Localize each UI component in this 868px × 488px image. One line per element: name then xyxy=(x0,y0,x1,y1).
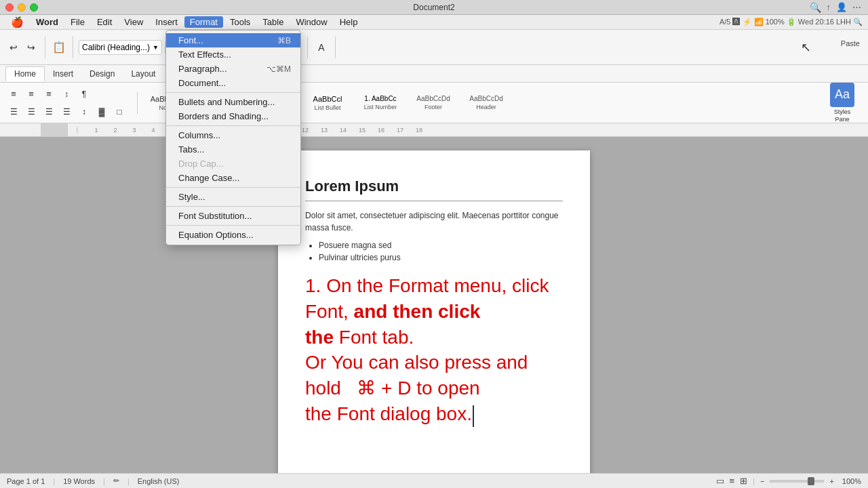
menu-text-effects[interactable]: Text Effects... xyxy=(166,47,300,62)
statusbar: Page 1 of 1 | 19 Words | ✏ | English (US… xyxy=(0,473,868,488)
sort-button[interactable]: ↕ xyxy=(58,86,75,102)
window-menu[interactable]: Window xyxy=(290,16,332,28)
menu-bullets[interactable]: Bullets and Numbering... xyxy=(166,95,300,109)
redo-button[interactable]: ↪ xyxy=(23,39,39,56)
styles-pane-button[interactable]: Aa StylesPane xyxy=(822,83,863,123)
zoom-in-button[interactable]: + xyxy=(829,477,833,485)
apple-menu[interactable]: 🍎 xyxy=(5,16,29,28)
cursor-button[interactable]: ↖ xyxy=(797,39,814,56)
table-menu[interactable]: Table xyxy=(257,16,289,28)
menu-paragraph[interactable]: Paragraph... ⌥⌘M xyxy=(166,62,300,76)
account-icon[interactable]: 👤 xyxy=(836,2,847,12)
titlebar: Document2 🔍 ↑ 👤 ⋯ xyxy=(0,0,868,15)
menu-font-sub[interactable]: Font Substitution... xyxy=(166,209,300,223)
more-icon[interactable]: ⋯ xyxy=(852,2,861,12)
color-group: A xyxy=(313,39,330,56)
menu-change-case[interactable]: Change Case... xyxy=(166,171,300,185)
menu-equation-label: Equation Options... xyxy=(178,230,254,240)
borders-button[interactable]: □ xyxy=(111,104,127,120)
sep5 xyxy=(335,37,336,58)
menu-paragraph-label: Paragraph... xyxy=(178,64,227,74)
doc-heading: Lorem Ipsum xyxy=(305,178,563,195)
word-menu[interactable]: Word xyxy=(31,16,64,28)
align-left-button[interactable]: ☰ xyxy=(5,104,22,120)
ruler-mark: 16 xyxy=(372,127,391,134)
menu-equation[interactable]: Equation Options... xyxy=(166,228,300,242)
view-mode-outline[interactable]: ≡ xyxy=(730,476,735,486)
ruler-mark: 13 xyxy=(315,127,334,134)
menu-borders[interactable]: Borders and Shading... xyxy=(166,109,300,123)
traffic-lights xyxy=(5,3,38,12)
menu-change-case-label: Change Case... xyxy=(178,173,239,183)
doc-instruction-2: the Font tab. xyxy=(305,325,563,350)
tools-menu[interactable]: Tools xyxy=(224,16,256,28)
multilevel-button[interactable]: ≡ xyxy=(41,86,57,102)
insert-menu[interactable]: Insert xyxy=(150,16,183,28)
ruler-mark: 3 xyxy=(125,127,144,134)
show-marks-button[interactable]: ¶ xyxy=(76,86,92,102)
style-header[interactable]: AaBbCcDd Header xyxy=(462,85,511,121)
justify-button[interactable]: ☰ xyxy=(58,104,75,120)
instruction-bold-2: the xyxy=(305,327,339,348)
view-menu[interactable]: View xyxy=(119,16,149,28)
style-list-number-preview: 1. AaBbCc xyxy=(364,95,396,102)
tab-design[interactable]: Design xyxy=(81,67,123,81)
share-icon[interactable]: ↑ xyxy=(827,2,831,12)
menu-divider-2 xyxy=(166,125,300,126)
edit-icon[interactable]: ✏ xyxy=(113,476,119,485)
format-dropdown-menu: Font... ⌘B Text Effects... Paragraph... … xyxy=(165,30,301,245)
font-dropdown-icon: ▼ xyxy=(153,44,159,51)
font-selector[interactable]: Calibri (Heading...) ▼ xyxy=(79,40,162,55)
doc-instruction-3: Or You can also press and hold ⌘ + D to … xyxy=(305,350,563,401)
undo-button[interactable]: ↩ xyxy=(5,39,22,56)
align-right-button[interactable]: ☰ xyxy=(41,104,57,120)
help-menu[interactable]: Help xyxy=(334,16,363,28)
menu-tabs-label: Tabs... xyxy=(178,144,204,155)
tab-layout[interactable]: Layout xyxy=(123,67,163,81)
file-menu[interactable]: File xyxy=(65,16,90,28)
menu-font-sub-label: Font Substitution... xyxy=(178,211,252,221)
menu-font[interactable]: Font... ⌘B xyxy=(166,33,300,47)
numbering-button[interactable]: ≡ xyxy=(23,86,39,102)
align-center-button[interactable]: ☰ xyxy=(23,104,39,120)
document-area[interactable]: Lorem Ipsum Dolor sit amet, consectetuer… xyxy=(0,137,868,473)
style-footer-preview: AaBbCcDd xyxy=(416,95,450,102)
tab-insert[interactable]: Insert xyxy=(45,67,81,81)
toolbar: ↩ ↪ 📋 Calibri (Heading...) ▼ 20 B I U ab… xyxy=(0,30,868,65)
view-mode-print[interactable]: ▭ xyxy=(716,476,724,486)
font-color-button[interactable]: A xyxy=(313,39,330,56)
titlebar-right-icons: 🔍 ↑ 👤 ⋯ xyxy=(810,2,862,13)
ruler: | 1 2 3 4 5 6 7 8 9 10 11 12 13 14 15 16… xyxy=(0,123,868,137)
menu-divider-1 xyxy=(166,92,300,93)
close-button[interactable] xyxy=(5,3,14,12)
zoom-out-button[interactable]: − xyxy=(760,477,764,485)
menu-columns[interactable]: Columns... xyxy=(166,128,300,142)
style-list-number[interactable]: 1. AaBbCc List Number xyxy=(356,85,405,121)
format-menu-item[interactable]: Format xyxy=(184,16,223,28)
ruler-mark: 17 xyxy=(391,127,410,134)
edit-menu[interactable]: Edit xyxy=(92,16,117,28)
instruction-plain-5: the Font dialog box. xyxy=(305,403,472,424)
view-mode-web[interactable]: ⊞ xyxy=(740,476,747,486)
menu-style[interactable]: Style... xyxy=(166,190,300,204)
style-list-bullet-label: List Bullet xyxy=(314,104,340,111)
menu-tabs[interactable]: Tabs... xyxy=(166,142,300,157)
search-icon[interactable]: 🔍 xyxy=(810,2,821,13)
menubar: 🍎 Word File Edit View Insert Format Tool… xyxy=(0,15,868,30)
line-spacing-button[interactable]: ↕ xyxy=(76,104,92,120)
bullets-button[interactable]: ≡ xyxy=(5,86,22,102)
page-info: Page 1 of 1 xyxy=(7,477,45,485)
menu-drop-cap-label: Drop Cap... xyxy=(178,159,223,169)
minimize-button[interactable] xyxy=(18,3,26,12)
style-list-bullet[interactable]: AaBbCcl List Bullet xyxy=(303,85,352,121)
style-footer-label: Footer xyxy=(425,104,442,110)
menu-document[interactable]: Document... xyxy=(166,76,300,90)
tab-home[interactable]: Home xyxy=(5,66,45,81)
para-tools: ≡ ≡ ≡ ↕ ¶ ☰ ☰ ☰ ☰ ↕ ▓ □ xyxy=(5,86,127,120)
style-footer[interactable]: AaBbCcDd Footer xyxy=(409,85,458,121)
window-title: Document2 xyxy=(413,3,454,12)
maximize-button[interactable] xyxy=(30,3,38,12)
shading-button[interactable]: ▓ xyxy=(94,104,110,120)
zoom-slider[interactable] xyxy=(770,480,824,483)
paste-button[interactable]: 📋 xyxy=(51,39,67,56)
